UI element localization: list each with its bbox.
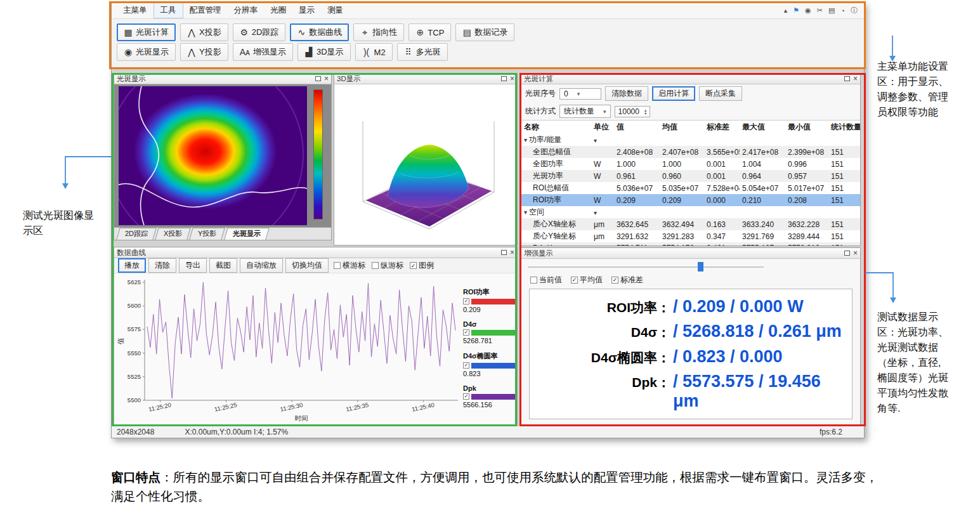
toolbar-button-m2[interactable]: )(M2 xyxy=(355,43,393,61)
table-row[interactable]: 质心X轴坐标μm3632.6453632.4940.1633633.240363… xyxy=(521,218,860,230)
curve-button-5[interactable]: 自动缩放 xyxy=(240,258,283,273)
beam-image[interactable] xyxy=(119,86,307,225)
panel-title-bar[interactable]: 增强显示 × xyxy=(521,248,860,259)
close-icon[interactable]: × xyxy=(853,75,858,82)
caret-down-icon[interactable]: ▾ xyxy=(594,137,597,144)
toolbar-button-data-curve[interactable]: ∿数据曲线 xyxy=(290,23,349,41)
menu-item-1[interactable]: 主菜单 xyxy=(117,3,154,18)
lock-icon[interactable]: ◉ xyxy=(805,6,811,15)
toolbar-button-2d-track[interactable]: ⚙2D跟踪 xyxy=(233,23,286,41)
spot-seq-select[interactable]: 0 ▾ xyxy=(559,88,601,100)
enable-calc-button[interactable]: 启用计算 xyxy=(652,86,695,101)
y-projection-icon: ⋀ xyxy=(187,47,196,57)
toolbar-button-data-record[interactable]: ▤数据记录 xyxy=(455,23,514,41)
curve-button-1[interactable]: 播放 xyxy=(118,258,146,273)
beam-tab-1[interactable]: 2D跟踪 xyxy=(116,228,157,240)
cut-icon[interactable]: ✂ xyxy=(817,6,823,15)
column-header[interactable]: 最小值 xyxy=(785,121,828,134)
column-header[interactable]: 统计数量 xyxy=(828,121,860,134)
toolbar-button-multi-spot[interactable]: ⠿多光斑 xyxy=(397,43,448,61)
column-header[interactable]: 标准差 xyxy=(704,121,740,134)
pin-icon[interactable]: ⚑ xyxy=(793,6,799,15)
stat-mode-select[interactable]: 统计数量 ▾ xyxy=(559,105,611,118)
column-header[interactable]: 均值 xyxy=(660,121,704,134)
legend-checkbox[interactable]: ✓ xyxy=(463,393,469,400)
curve-checkbox-2[interactable]: 纵游标 xyxy=(372,260,403,271)
panel-data-curve: 数据曲线 × 播放清除导出截图自动缩放切换均值 横游标纵游标✓图例 550055… xyxy=(114,247,518,426)
toolbar-button-y-projection[interactable]: ⋀Y投影 xyxy=(180,43,228,61)
curve-button-4[interactable]: 截图 xyxy=(209,258,237,273)
curve-button-2[interactable]: 清除 xyxy=(148,258,176,273)
beam-tab-2[interactable]: X投影 xyxy=(155,228,191,240)
curve-checkbox-1[interactable]: 横游标 xyxy=(334,260,365,271)
caret-down-icon[interactable]: ▾ xyxy=(594,209,597,216)
clock-icon[interactable]: ◔ xyxy=(840,7,845,15)
table-row[interactable]: D4σXμm5754.7115754.1760.4015755.1075753.… xyxy=(521,242,860,245)
column-header[interactable]: 单位 xyxy=(591,121,614,134)
slider-track[interactable] xyxy=(528,266,764,268)
legend-checkbox[interactable]: ✓ xyxy=(463,329,469,336)
close-icon[interactable]: × xyxy=(510,249,514,256)
close-icon[interactable]: × xyxy=(853,250,858,256)
curve-button-6[interactable]: 切换均值 xyxy=(285,258,329,273)
curve-checkbox-3[interactable]: ✓图例 xyxy=(410,260,434,271)
toolbar-button-enhanced-display[interactable]: Aᴀ增强显示 xyxy=(233,43,293,61)
column-header[interactable]: 最大值 xyxy=(740,121,785,134)
menu-item-4[interactable]: 分辨率 xyxy=(228,3,265,18)
enhanced-checkbox-1[interactable]: 当前值 xyxy=(530,275,562,285)
table-row[interactable]: 质心Y轴坐标μm3291.6323291.2830.3473291.769328… xyxy=(521,230,860,242)
caret-down-icon[interactable]: ▾ xyxy=(524,209,527,216)
legend-checkbox[interactable]: ✓ xyxy=(463,362,469,369)
table-row[interactable]: 光斑功率W0.9610.9600.0010.9640.957151 xyxy=(521,170,860,182)
float-icon[interactable] xyxy=(501,250,507,255)
info-icon[interactable]: ⓘ xyxy=(851,6,858,15)
close-icon[interactable]: × xyxy=(510,75,514,82)
toolbar-button-x-projection[interactable]: ⋀X投影 xyxy=(180,23,228,41)
beam-tab-4[interactable]: 光斑显示 xyxy=(224,228,269,240)
breakpoint-capture-button[interactable]: 断点采集 xyxy=(699,86,742,101)
collapse-icon[interactable]: ▴ xyxy=(784,6,788,15)
spinner-arrows-icon[interactable]: ▴▾ xyxy=(644,108,646,115)
data-curve-chart[interactable]: 55005525555055755600562511:25:2011:25:25… xyxy=(115,275,466,426)
caret-down-icon[interactable]: ▾ xyxy=(524,136,527,143)
float-icon[interactable] xyxy=(844,76,850,81)
panel-title-bar[interactable]: 3D显示 × xyxy=(334,74,517,84)
toolbar-button-spot-display[interactable]: ◉光斑显示 xyxy=(117,43,176,61)
menu-item-6[interactable]: 显示 xyxy=(292,3,321,18)
float-icon[interactable] xyxy=(844,251,850,256)
table-row[interactable]: ROI功率W0.2090.2090.0000.2100.208151 xyxy=(521,194,860,206)
legend-checkbox[interactable]: ✓ xyxy=(463,298,469,304)
curve-button-3[interactable]: 导出 xyxy=(179,258,207,273)
panel-title-bar[interactable]: 光斑计算 × xyxy=(521,74,860,84)
beam-tab-3[interactable]: Y投影 xyxy=(190,228,226,240)
column-header[interactable]: 值 xyxy=(614,121,660,134)
window-control-icons: ▴⚑◉✂▤◔ⓘ xyxy=(784,6,864,15)
svg-text:11:25:30: 11:25:30 xyxy=(280,401,304,412)
enhanced-checkbox-3[interactable]: ✓标准差 xyxy=(611,275,643,285)
menu-item-5[interactable]: 光圈 xyxy=(264,3,292,18)
panel-title-bar[interactable]: 光斑显示 × xyxy=(114,74,331,84)
close-icon[interactable]: × xyxy=(324,75,329,82)
table-group-row[interactable]: ▾功率/能量▾ xyxy=(521,134,860,146)
column-header[interactable]: 名称 xyxy=(521,121,591,134)
menu-item-3[interactable]: 配置管理 xyxy=(183,3,228,18)
slider-handle[interactable] xyxy=(698,262,703,272)
menu-item-7[interactable]: 测量 xyxy=(321,3,350,18)
clipboard-icon[interactable]: ▤ xyxy=(828,6,835,15)
float-icon[interactable] xyxy=(315,76,321,81)
surface-3d-view[interactable] xyxy=(334,84,517,245)
enhanced-checkbox-2[interactable]: ✓平均值 xyxy=(571,275,603,285)
toolbar-button-spot-calc[interactable]: ▦光斑计算 xyxy=(117,23,176,41)
toolbar-button-tcp[interactable]: ⊕TCP xyxy=(408,23,451,41)
menu-item-2[interactable]: 工具 xyxy=(154,3,183,18)
toolbar-button-pointing[interactable]: ⌖指向性 xyxy=(353,23,404,41)
panel-title-bar[interactable]: 数据曲线 × xyxy=(114,247,517,258)
table-group-row[interactable]: ▾空间▾ xyxy=(521,206,860,218)
float-icon[interactable] xyxy=(501,76,507,81)
stat-count-spinner[interactable]: 10000 ▴▾ xyxy=(615,106,651,117)
table-row[interactable]: ROI总幅值5.036e+075.035e+077.528e+045.054e+… xyxy=(521,182,860,194)
toolbar-button-3d-display[interactable]: ▟3D显示 xyxy=(297,43,351,61)
table-row[interactable]: 全图功率W1.0001.0000.0011.0040.996151 xyxy=(521,158,860,170)
clear-data-button[interactable]: 清除数据 xyxy=(605,86,648,101)
table-row[interactable]: 全图总幅值2.408e+082.407e+083.565e+052.417e+0… xyxy=(521,146,860,158)
